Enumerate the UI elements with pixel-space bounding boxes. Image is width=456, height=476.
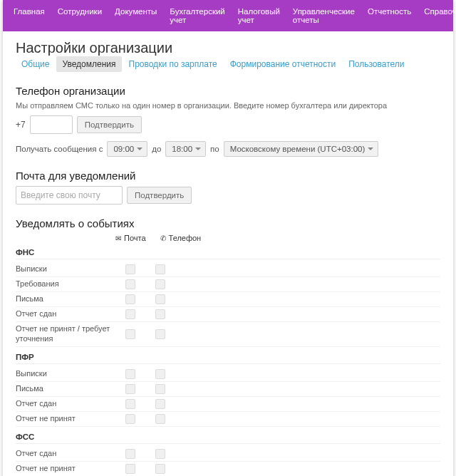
nav-item[interactable]: Отчетность xyxy=(361,0,418,31)
event-label: Выписки xyxy=(16,264,115,274)
section-ФНС: ФНС xyxy=(16,248,440,259)
phone-prefix: +7 xyxy=(16,120,26,130)
tab-Уведомления[interactable]: Уведомления xyxy=(56,56,121,72)
nav-item[interactable]: Управленческие отчеты xyxy=(286,0,361,31)
event-phone-checkbox[interactable] xyxy=(155,264,165,274)
event-row: Выписки xyxy=(16,262,440,277)
event-label: Отчет не принят xyxy=(16,414,115,424)
event-row: Требования xyxy=(16,277,440,292)
event-mail-checkbox[interactable] xyxy=(125,279,135,289)
phone-heading: Телефон организации xyxy=(16,85,440,97)
timezone-select[interactable]: Московскому времени (UTC+03:00) xyxy=(224,141,379,157)
nav-item[interactable]: Справочники xyxy=(418,0,456,31)
event-row: Отчет не принят xyxy=(16,462,440,477)
phone-input[interactable] xyxy=(30,115,73,134)
event-mail-checkbox[interactable] xyxy=(125,264,135,274)
events-heading: Уведомлять о событиях xyxy=(16,217,440,229)
tabs: ОбщиеУведомленияПроводки по зарплатеФорм… xyxy=(16,56,410,72)
event-phone-checkbox[interactable] xyxy=(155,369,165,379)
event-row: Отчет сдан xyxy=(16,307,440,322)
event-label: Отчет сдан xyxy=(16,449,115,459)
event-phone-checkbox[interactable] xyxy=(155,464,165,474)
phone-confirm-button[interactable]: Подтвердить xyxy=(77,116,142,133)
nav-item[interactable]: Документы xyxy=(108,0,163,31)
event-phone-checkbox[interactable] xyxy=(155,414,165,424)
email-confirm-button[interactable]: Подтвердить xyxy=(127,187,192,204)
event-mail-checkbox[interactable] xyxy=(125,369,135,379)
time-from-select[interactable]: 09:00 xyxy=(107,141,147,157)
event-row: Отчет сдан xyxy=(16,397,440,412)
event-label: Письма xyxy=(16,294,115,304)
by-word: по xyxy=(210,145,219,153)
event-mail-checkbox[interactable] xyxy=(125,329,135,339)
event-mail-checkbox[interactable] xyxy=(125,384,135,394)
event-phone-checkbox[interactable] xyxy=(155,309,165,319)
top-nav: ГлавнаяСотрудникиДокументыБухгалтерский … xyxy=(3,0,453,31)
event-phone-checkbox[interactable] xyxy=(155,294,165,304)
to-word: до xyxy=(152,145,161,153)
event-label: Отчет не принят / требует уточнения xyxy=(16,324,115,344)
event-mail-checkbox[interactable] xyxy=(125,414,135,424)
event-label: Отчет сдан xyxy=(16,399,115,409)
event-row: Отчет не принят xyxy=(16,412,440,427)
event-row: Отчет сдан xyxy=(16,447,440,462)
event-label: Требования xyxy=(16,279,115,289)
col-phone: ✆Телефон xyxy=(160,234,202,242)
nav-item[interactable]: Сотрудники xyxy=(51,0,108,31)
event-row: Письма xyxy=(16,382,440,397)
nav-item[interactable]: Бухгалтерский учет xyxy=(163,0,231,31)
phone-hint: Мы отправляем СМС только на один номер в… xyxy=(16,101,440,110)
email-input[interactable] xyxy=(16,186,123,205)
nav-item[interactable]: Главная xyxy=(7,0,51,31)
mail-icon: ✉ xyxy=(115,234,121,242)
event-phone-checkbox[interactable] xyxy=(155,384,165,394)
event-label: Отчет сдан xyxy=(16,309,115,319)
section-ФСС: ФСС xyxy=(16,433,440,444)
tab-Проводки по зарплате[interactable]: Проводки по зарплате xyxy=(123,56,223,72)
event-label: Отчет не принят xyxy=(16,464,115,474)
tab-Общие[interactable]: Общие xyxy=(16,56,55,72)
tab-Формирование отчетности[interactable]: Формирование отчетности xyxy=(224,56,341,72)
event-row: Отчет не принят / требует уточнения xyxy=(16,322,440,347)
email-heading: Почта для уведомлений xyxy=(16,170,440,182)
event-mail-checkbox[interactable] xyxy=(125,309,135,319)
event-phone-checkbox[interactable] xyxy=(155,329,165,339)
event-label: Письма xyxy=(16,384,115,394)
receive-label: Получать сообщения с xyxy=(16,145,103,153)
event-mail-checkbox[interactable] xyxy=(125,464,135,474)
event-mail-checkbox[interactable] xyxy=(125,294,135,304)
page-title: Настройки организации xyxy=(16,40,172,56)
time-to-select[interactable]: 18:00 xyxy=(165,141,206,157)
event-mail-checkbox[interactable] xyxy=(125,399,135,409)
event-phone-checkbox[interactable] xyxy=(155,399,165,409)
nav-item[interactable]: Налоговый учет xyxy=(232,0,286,31)
event-mail-checkbox[interactable] xyxy=(125,449,135,459)
col-mail: ✉Почта xyxy=(115,234,146,242)
event-phone-checkbox[interactable] xyxy=(155,279,165,289)
event-label: Выписки xyxy=(16,369,115,379)
section-ПФР: ПФР xyxy=(16,353,440,364)
tab-Пользователи[interactable]: Пользователи xyxy=(343,56,410,72)
event-row: Выписки xyxy=(16,367,440,382)
event-phone-checkbox[interactable] xyxy=(155,449,165,459)
phone-icon: ✆ xyxy=(160,234,166,242)
event-row: Письма xyxy=(16,292,440,307)
